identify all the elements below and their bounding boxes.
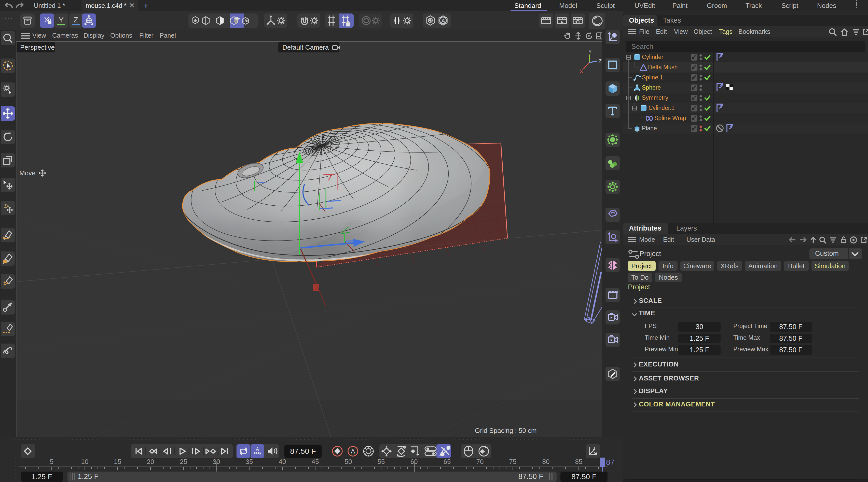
svg-text:Z: Z [73, 15, 78, 24]
svg-text:A: A [351, 448, 355, 455]
svg-text:Y: Y [588, 50, 592, 55]
svg-text:A: A [441, 18, 445, 24]
svg-text:Z: Z [598, 58, 602, 64]
svg-text:Y: Y [59, 15, 64, 24]
svg-text:X: X [580, 68, 583, 74]
svg-text:A: A [256, 447, 259, 452]
